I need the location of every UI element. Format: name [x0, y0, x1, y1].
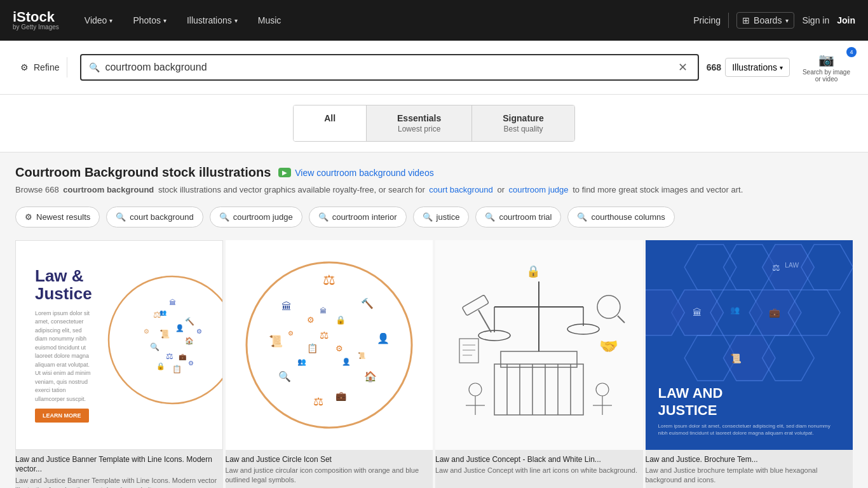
svg-text:⚙: ⚙: [196, 328, 202, 335]
svg-text:👤: 👤: [175, 323, 184, 332]
filter-icon: ⚙: [20, 62, 29, 72]
svg-text:🔒: 🔒: [526, 264, 541, 278]
nav-join[interactable]: Join: [837, 15, 855, 25]
refine-button[interactable]: ⚙ Refine: [13, 57, 67, 78]
svg-text:🏠: 🏠: [364, 370, 377, 383]
image-card[interactable]: ⚖ 🏛 🔨 📜 👤 🔍 🏠 ⚖ 💼 ⚙ 🔒 📋 ⚙ ⚖ �: [226, 240, 433, 489]
svg-text:⚖: ⚖: [323, 272, 336, 288]
link-court-background[interactable]: court background: [429, 185, 492, 194]
chevron-down-icon: ▾: [780, 64, 783, 71]
tag-justice[interactable]: 🔍 justice: [413, 207, 470, 227]
tag-courtroom-interior[interactable]: 🔍 courtroom interior: [309, 207, 407, 227]
svg-rect-56: [462, 294, 489, 315]
tag-courtroom-trial[interactable]: 🔍 courtroom trial: [475, 207, 561, 227]
svg-text:💼: 💼: [179, 353, 187, 361]
image-subtitle: Law and Justice brochure template with b…: [646, 466, 851, 485]
card-visual: ⚖ 🏛 🔨 📜 👤 🔍 🏠 ⚖ 💼 ⚙ 🔒 📋 ⚙ ⚖ �: [226, 240, 433, 450]
nav-signin[interactable]: Sign in: [802, 15, 829, 25]
svg-text:⚖: ⚖: [166, 351, 173, 361]
svg-text:⚙: ⚙: [144, 328, 149, 335]
tag-courthouse-columns[interactable]: 🔍 courthouse columns: [567, 207, 674, 227]
boards-icon: ⊞: [742, 15, 750, 25]
search-count: 668 Illustrations ▾: [707, 58, 790, 77]
search-by-image-button[interactable]: 4 📷 Search by image or video: [797, 50, 855, 85]
nav-pricing[interactable]: Pricing: [693, 15, 721, 25]
nav-divider: [728, 13, 729, 28]
svg-text:👤: 👤: [377, 332, 390, 344]
search-type-button[interactable]: Illustrations ▾: [725, 58, 790, 77]
tag-court-background[interactable]: 🔍 court background: [106, 207, 203, 227]
clear-icon[interactable]: ✕: [675, 60, 690, 74]
svg-line-57: [478, 310, 491, 332]
browse-text: Browse 668 courtroom background stock il…: [15, 184, 853, 196]
svg-text:🔨: 🔨: [361, 297, 374, 309]
search-icon: 🔍: [577, 212, 587, 222]
image-card[interactable]: Law &Justice Lorem ipsum dolor sit amet,…: [15, 240, 223, 489]
nav-video[interactable]: Video ▾: [82, 13, 116, 28]
logo[interactable]: iStock by Getty Images: [13, 10, 59, 30]
svg-text:📜: 📜: [358, 351, 366, 360]
image-title: Law and Justice Concept - Black and Whit…: [435, 455, 641, 465]
search-input[interactable]: [105, 62, 675, 73]
search-icon: 🔍: [219, 212, 229, 222]
tab-all[interactable]: All: [294, 105, 367, 141]
card-visual: ⚖ LAW 🏛 💼 📜 👥 LAW ANDJUSTICE Lorem ipsum…: [646, 240, 853, 450]
card-visual: Law &Justice Lorem ipsum dolor sit amet,…: [15, 240, 223, 450]
search-input-wrapper: 🔍 ✕: [80, 54, 698, 81]
filter-icon: ⚙: [25, 212, 32, 222]
svg-rect-36: [494, 364, 583, 415]
badge: 4: [846, 47, 857, 57]
tag-courtroom-judge[interactable]: 🔍 courtroom judge: [210, 207, 302, 227]
tab-essentials[interactable]: Essentials Lowest price: [367, 105, 472, 141]
svg-rect-60: [459, 339, 478, 363]
filter-tabs-section: All Essentials Lowest price Signature Be…: [0, 95, 868, 152]
card-illustration: ⚖ 🏛 🔨 📜 👤 🔍 🏠 ⚖ 💼 ⚙ 🔒 📋 ⚙ ⚖ �: [237, 253, 421, 437]
nav-boards[interactable]: ⊞ Boards ▾: [736, 12, 794, 29]
tag-newest-results[interactable]: ⚙ Newest results: [15, 207, 100, 227]
svg-text:👤: 👤: [342, 357, 351, 366]
page-title: Courtroom Background stock illustrations: [15, 165, 271, 180]
image-title: Law and Justice. Brochure Tem...: [646, 455, 851, 465]
logo-sub: by Getty Images: [13, 24, 59, 30]
chevron-down-icon: ▾: [234, 17, 238, 24]
svg-text:🏛: 🏛: [169, 299, 176, 306]
svg-point-53: [596, 383, 609, 396]
image-card[interactable]: ⚖ LAW 🏛 💼 📜 👥 LAW ANDJUSTICE Lorem ipsum…: [646, 240, 853, 489]
chevron-down-icon: ▾: [785, 17, 789, 24]
svg-text:📜: 📜: [159, 329, 170, 339]
svg-text:🏛: 🏛: [281, 301, 292, 312]
svg-text:💼: 💼: [336, 391, 347, 402]
image-card[interactable]: 🤝 🔒 Law and Justice Concept - Black and …: [435, 240, 643, 489]
page-title-row: Courtroom Background stock illustrations…: [15, 165, 853, 180]
svg-text:📋: 📋: [307, 343, 318, 354]
chevron-down-icon: ▾: [109, 17, 112, 24]
search-icon: 🔍: [485, 212, 495, 222]
nav-music[interactable]: Music: [255, 13, 284, 28]
image-info: Law and Justice Circle Icon Set Law and …: [226, 450, 433, 487]
svg-point-50: [469, 383, 482, 396]
image-grid: Law &Justice Lorem ipsum dolor sit amet,…: [15, 240, 853, 489]
nav-right: Pricing ⊞ Boards ▾ Sign in Join: [693, 12, 855, 29]
image-info: Law and Justice Banner Template with Lin…: [15, 450, 223, 489]
image-title: Law and Justice Banner Template with Lin…: [15, 455, 220, 475]
search-icon: 🔍: [116, 212, 126, 222]
svg-text:🏛: 🏛: [320, 307, 327, 315]
search-icon: 🔍: [423, 212, 433, 222]
nav-illustrations[interactable]: Illustrations ▾: [184, 13, 240, 28]
image-info: Law and Justice Concept - Black and Whit…: [435, 450, 643, 477]
tab-signature[interactable]: Signature Best quality: [472, 105, 574, 141]
image-subtitle: Law and justice circular icon compositio…: [226, 466, 431, 485]
link-courtroom-judge[interactable]: courtroom judge: [509, 185, 569, 194]
chevron-down-icon: ▾: [163, 17, 166, 24]
svg-point-0: [109, 276, 223, 403]
image-info: Law and Justice. Brochure Tem... Law and…: [646, 450, 853, 487]
svg-text:👥: 👥: [159, 309, 167, 316]
view-videos-link[interactable]: ▶ View courtroom background videos: [278, 168, 433, 178]
search-bar: ⚙ Refine 🔍 ✕ 668 Illustrations ▾ 4 📷 Sea…: [0, 41, 868, 95]
nav-photos[interactable]: Photos ▾: [130, 13, 169, 28]
svg-text:⚙: ⚙: [336, 344, 343, 353]
card-visual: 🤝 🔒: [435, 240, 643, 450]
svg-text:⚖: ⚖: [313, 395, 323, 408]
page-header: Courtroom Background stock illustrations…: [15, 165, 853, 196]
video-icon: ▶: [278, 168, 291, 177]
